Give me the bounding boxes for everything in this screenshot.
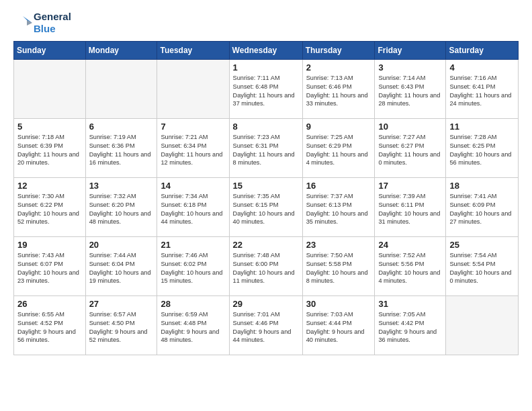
day-number: 10 bbox=[378, 122, 442, 132]
day-info: Sunrise: 7:11 AM Sunset: 6:48 PM Dayligh… bbox=[233, 74, 299, 109]
weekday-header-thursday: Thursday bbox=[302, 41, 375, 59]
day-info: Sunrise: 7:16 AM Sunset: 6:41 PM Dayligh… bbox=[449, 74, 515, 109]
day-number: 30 bbox=[306, 299, 371, 309]
day-info: Sunrise: 7:52 AM Sunset: 5:56 PM Dayligh… bbox=[378, 251, 442, 286]
day-cell: 4Sunrise: 7:16 AM Sunset: 6:41 PM Daylig… bbox=[446, 59, 519, 118]
day-info: Sunrise: 7:18 AM Sunset: 6:39 PM Dayligh… bbox=[17, 133, 82, 168]
day-info: Sunrise: 7:30 AM Sunset: 6:22 PM Dayligh… bbox=[17, 192, 82, 227]
logo-general-text: General bbox=[34, 11, 71, 22]
day-info: Sunrise: 7:32 AM Sunset: 6:20 PM Dayligh… bbox=[89, 192, 154, 227]
day-cell: 15Sunrise: 7:35 AM Sunset: 6:15 PM Dayli… bbox=[229, 177, 302, 236]
logo-blue-text: Blue bbox=[34, 23, 56, 34]
day-cell: 2Sunrise: 7:13 AM Sunset: 6:46 PM Daylig… bbox=[302, 59, 375, 118]
day-cell: 28Sunrise: 6:59 AM Sunset: 4:48 PM Dayli… bbox=[157, 295, 229, 355]
weekday-header-wednesday: Wednesday bbox=[229, 41, 302, 59]
day-number: 15 bbox=[233, 181, 299, 191]
day-number: 13 bbox=[89, 181, 154, 191]
day-number: 2 bbox=[306, 62, 371, 73]
day-info: Sunrise: 7:50 AM Sunset: 5:58 PM Dayligh… bbox=[306, 251, 371, 286]
day-cell: 24Sunrise: 7:52 AM Sunset: 5:56 PM Dayli… bbox=[375, 236, 446, 295]
day-info: Sunrise: 6:57 AM Sunset: 4:50 PM Dayligh… bbox=[89, 310, 154, 345]
week-row-1: 1Sunrise: 7:11 AM Sunset: 6:48 PM Daylig… bbox=[14, 59, 519, 118]
day-info: Sunrise: 7:21 AM Sunset: 6:34 PM Dayligh… bbox=[161, 133, 225, 168]
day-cell bbox=[446, 295, 519, 355]
day-cell: 6Sunrise: 7:19 AM Sunset: 6:36 PM Daylig… bbox=[85, 118, 157, 177]
day-info: Sunrise: 7:13 AM Sunset: 6:46 PM Dayligh… bbox=[306, 74, 371, 109]
day-cell: 10Sunrise: 7:27 AM Sunset: 6:27 PM Dayli… bbox=[375, 118, 446, 177]
day-info: Sunrise: 7:37 AM Sunset: 6:13 PM Dayligh… bbox=[306, 192, 371, 227]
week-row-5: 26Sunrise: 6:55 AM Sunset: 4:52 PM Dayli… bbox=[14, 295, 519, 355]
logo: General Blue bbox=[13, 11, 71, 36]
day-info: Sunrise: 7:05 AM Sunset: 4:42 PM Dayligh… bbox=[378, 310, 442, 345]
weekday-header-row: SundayMondayTuesdayWednesdayThursdayFrid… bbox=[14, 41, 519, 59]
day-cell bbox=[14, 59, 86, 118]
day-info: Sunrise: 7:01 AM Sunset: 4:46 PM Dayligh… bbox=[233, 310, 299, 345]
day-number: 19 bbox=[17, 240, 82, 250]
day-cell bbox=[157, 59, 229, 118]
day-cell: 20Sunrise: 7:44 AM Sunset: 6:04 PM Dayli… bbox=[85, 236, 157, 295]
day-info: Sunrise: 7:28 AM Sunset: 6:25 PM Dayligh… bbox=[449, 133, 515, 168]
day-number: 28 bbox=[161, 299, 225, 309]
day-cell: 23Sunrise: 7:50 AM Sunset: 5:58 PM Dayli… bbox=[302, 236, 375, 295]
day-number: 27 bbox=[89, 299, 154, 309]
day-cell: 31Sunrise: 7:05 AM Sunset: 4:42 PM Dayli… bbox=[375, 295, 446, 355]
day-cell: 14Sunrise: 7:34 AM Sunset: 6:18 PM Dayli… bbox=[157, 177, 229, 236]
day-info: Sunrise: 7:48 AM Sunset: 6:00 PM Dayligh… bbox=[233, 251, 299, 286]
day-cell bbox=[85, 59, 157, 118]
day-number: 18 bbox=[449, 181, 515, 191]
day-info: Sunrise: 6:59 AM Sunset: 4:48 PM Dayligh… bbox=[161, 310, 225, 345]
day-cell: 17Sunrise: 7:39 AM Sunset: 6:11 PM Dayli… bbox=[375, 177, 446, 236]
day-info: Sunrise: 7:34 AM Sunset: 6:18 PM Dayligh… bbox=[161, 192, 225, 227]
day-cell: 11Sunrise: 7:28 AM Sunset: 6:25 PM Dayli… bbox=[446, 118, 519, 177]
day-info: Sunrise: 7:46 AM Sunset: 6:02 PM Dayligh… bbox=[161, 251, 225, 286]
day-cell: 18Sunrise: 7:41 AM Sunset: 6:09 PM Dayli… bbox=[446, 177, 519, 236]
day-number: 25 bbox=[449, 240, 515, 250]
day-info: Sunrise: 7:44 AM Sunset: 6:04 PM Dayligh… bbox=[89, 251, 154, 286]
day-number: 3 bbox=[378, 62, 442, 73]
day-info: Sunrise: 7:23 AM Sunset: 6:31 PM Dayligh… bbox=[233, 133, 299, 168]
day-number: 4 bbox=[449, 62, 515, 73]
day-number: 23 bbox=[306, 240, 371, 250]
day-number: 9 bbox=[306, 122, 371, 132]
day-info: Sunrise: 7:25 AM Sunset: 6:29 PM Dayligh… bbox=[306, 133, 371, 168]
day-number: 17 bbox=[378, 181, 442, 191]
day-cell: 30Sunrise: 7:03 AM Sunset: 4:44 PM Dayli… bbox=[302, 295, 375, 355]
calendar-table: SundayMondayTuesdayWednesdayThursdayFrid… bbox=[13, 41, 519, 355]
day-cell: 25Sunrise: 7:54 AM Sunset: 5:54 PM Dayli… bbox=[446, 236, 519, 295]
day-cell: 27Sunrise: 6:57 AM Sunset: 4:50 PM Dayli… bbox=[85, 295, 157, 355]
day-number: 31 bbox=[378, 299, 442, 309]
day-info: Sunrise: 7:27 AM Sunset: 6:27 PM Dayligh… bbox=[378, 133, 442, 168]
day-info: Sunrise: 7:54 AM Sunset: 5:54 PM Dayligh… bbox=[449, 251, 515, 286]
day-info: Sunrise: 7:39 AM Sunset: 6:11 PM Dayligh… bbox=[378, 192, 442, 227]
day-cell: 12Sunrise: 7:30 AM Sunset: 6:22 PM Dayli… bbox=[14, 177, 86, 236]
day-cell: 19Sunrise: 7:43 AM Sunset: 6:07 PM Dayli… bbox=[14, 236, 86, 295]
week-row-2: 5Sunrise: 7:18 AM Sunset: 6:39 PM Daylig… bbox=[14, 118, 519, 177]
day-info: Sunrise: 7:03 AM Sunset: 4:44 PM Dayligh… bbox=[306, 310, 371, 345]
week-row-3: 12Sunrise: 7:30 AM Sunset: 6:22 PM Dayli… bbox=[14, 177, 519, 236]
weekday-header-monday: Monday bbox=[85, 41, 157, 59]
day-number: 20 bbox=[89, 240, 154, 250]
day-number: 12 bbox=[17, 181, 82, 191]
page: General Blue SundayMondayTuesdayWednesda… bbox=[0, 0, 532, 366]
day-number: 11 bbox=[449, 122, 515, 132]
day-number: 29 bbox=[233, 299, 299, 309]
day-number: 8 bbox=[233, 122, 299, 132]
day-info: Sunrise: 7:19 AM Sunset: 6:36 PM Dayligh… bbox=[89, 133, 154, 168]
day-number: 24 bbox=[378, 240, 442, 250]
day-number: 22 bbox=[233, 240, 299, 250]
day-cell: 16Sunrise: 7:37 AM Sunset: 6:13 PM Dayli… bbox=[302, 177, 375, 236]
day-number: 7 bbox=[161, 122, 225, 132]
day-number: 16 bbox=[306, 181, 371, 191]
weekday-header-tuesday: Tuesday bbox=[157, 41, 229, 59]
day-cell: 1Sunrise: 7:11 AM Sunset: 6:48 PM Daylig… bbox=[229, 59, 302, 118]
day-cell: 13Sunrise: 7:32 AM Sunset: 6:20 PM Dayli… bbox=[85, 177, 157, 236]
header: General Blue bbox=[13, 11, 519, 36]
day-info: Sunrise: 7:41 AM Sunset: 6:09 PM Dayligh… bbox=[449, 192, 515, 227]
day-cell: 9Sunrise: 7:25 AM Sunset: 6:29 PM Daylig… bbox=[302, 118, 375, 177]
day-cell: 8Sunrise: 7:23 AM Sunset: 6:31 PM Daylig… bbox=[229, 118, 302, 177]
day-cell: 3Sunrise: 7:14 AM Sunset: 6:43 PM Daylig… bbox=[375, 59, 446, 118]
day-info: Sunrise: 7:43 AM Sunset: 6:07 PM Dayligh… bbox=[17, 251, 82, 286]
day-cell: 7Sunrise: 7:21 AM Sunset: 6:34 PM Daylig… bbox=[157, 118, 229, 177]
day-number: 1 bbox=[233, 62, 299, 73]
weekday-header-friday: Friday bbox=[375, 41, 446, 59]
